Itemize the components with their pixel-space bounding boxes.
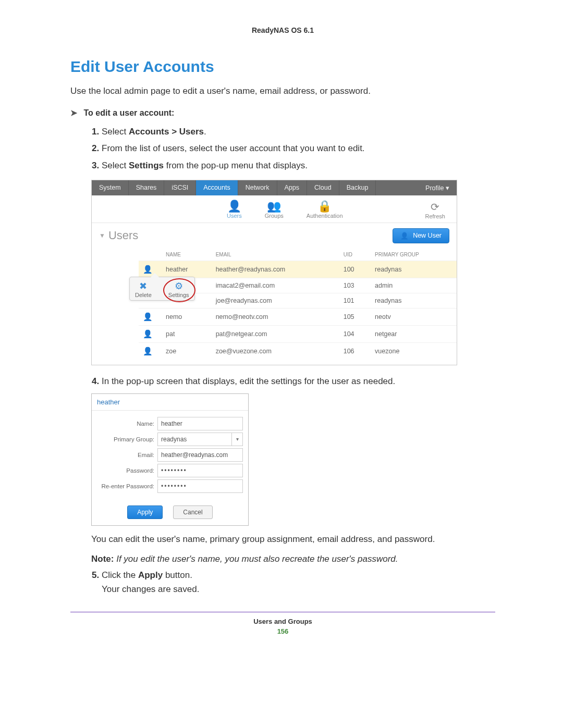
- top-nav: System Shares iSCSI Accounts Network App…: [92, 180, 457, 195]
- user-icon: 👤: [143, 265, 151, 274]
- nav-accounts[interactable]: Accounts: [196, 180, 238, 195]
- step-list-cont2: Click the Apply button. Your changes are…: [70, 569, 495, 596]
- footer-rule: [70, 612, 495, 612]
- users-admin-screenshot: System Shares iSCSI Accounts Network App…: [91, 180, 457, 365]
- primary-group-select[interactable]: readynas ▾: [157, 433, 243, 446]
- password-input[interactable]: ••••••••: [157, 464, 243, 477]
- panel-title: Users: [108, 229, 138, 242]
- popup-delete-button[interactable]: ✖ Delete: [135, 280, 152, 298]
- nav-apps[interactable]: Apps: [277, 180, 308, 195]
- table-row[interactable]: 👤 nemo nemo@neotv.com 105 neotv: [139, 308, 457, 325]
- users-table: NAME EMAIL UID PRIMARY GROUP 👤 heather h…: [139, 249, 457, 360]
- label-password: Password:: [97, 467, 157, 474]
- subnav-users[interactable]: 👤 Users: [227, 200, 242, 219]
- table-row[interactable]: 👤 zoe zoe@vuezone.com 106 vuezone: [139, 342, 457, 360]
- users-icon: 👤: [227, 200, 242, 213]
- col-name: NAME: [162, 249, 212, 261]
- task-heading: ➤ To edit a user account:: [70, 108, 495, 118]
- nav-cloud[interactable]: Cloud: [307, 180, 339, 195]
- task-arrow-icon: ➤: [70, 108, 77, 117]
- page-number: 156: [70, 627, 495, 635]
- dialog-title: heather: [92, 394, 248, 411]
- context-popup: ✖ Delete ⚙ Settings: [129, 277, 195, 301]
- new-user-button[interactable]: 👤 New User: [393, 228, 449, 243]
- nav-backup[interactable]: Backup: [339, 180, 376, 195]
- subnav-refresh[interactable]: ⟳ Refresh: [425, 201, 445, 219]
- nav-network[interactable]: Network: [238, 180, 277, 195]
- nav-profile[interactable]: Profile ▾: [418, 180, 457, 195]
- new-user-icon: 👤: [400, 232, 409, 240]
- section-heading: Edit User Accounts: [70, 58, 495, 76]
- doc-header-title: ReadyNAS OS 6.1: [70, 26, 495, 34]
- table-row[interactable]: 👤 pat pat@netgear.com 104 netgear: [139, 325, 457, 342]
- label-repassword: Re-enter Password:: [97, 483, 157, 489]
- col-group: PRIMARY GROUP: [371, 249, 457, 261]
- col-uid: UID: [339, 249, 371, 261]
- refresh-icon: ⟳: [425, 201, 445, 213]
- popup-settings-button[interactable]: ⚙ Settings: [168, 280, 189, 298]
- step-list-cont: In the pop-up screen that displays, edit…: [70, 375, 495, 388]
- repassword-input[interactable]: ••••••••: [157, 479, 243, 493]
- post-screenshot-text: You can edit the user's name, primary gr…: [91, 534, 495, 545]
- subnav-auth[interactable]: 🔒 Authentication: [307, 200, 343, 219]
- label-name: Name:: [97, 421, 157, 427]
- step-list: Select Accounts > Users. From the list o…: [70, 125, 495, 172]
- cancel-button[interactable]: Cancel: [173, 505, 212, 519]
- sub-nav: 👤 Users 👥 Groups 🔒 Authentication ⟳ Refr…: [92, 195, 457, 223]
- collapse-icon[interactable]: ▼: [99, 232, 105, 239]
- step-5: Click the Apply button. Your changes are…: [102, 569, 495, 596]
- intro-paragraph: Use the local admin page to edit a user'…: [70, 86, 495, 96]
- note-line: Note: If you edit the user's name, you m…: [91, 554, 495, 564]
- step-3: Select Settings from the pop-up menu tha…: [102, 159, 495, 172]
- nav-iscsi[interactable]: iSCSI: [164, 180, 196, 195]
- step-2: From the list of users, select the user …: [102, 142, 495, 155]
- edit-user-dialog: heather Name: heather Primary Group: rea…: [91, 393, 249, 526]
- step-1: Select Accounts > Users.: [102, 125, 495, 139]
- label-group: Primary Group:: [97, 436, 157, 442]
- footer-chapter: Users and Groups: [70, 618, 495, 625]
- subnav-groups[interactable]: 👥 Groups: [265, 200, 284, 219]
- user-icon: 👤: [143, 312, 151, 322]
- delete-icon: ✖: [135, 280, 152, 292]
- step-4: In the pop-up screen that displays, edit…: [102, 375, 495, 388]
- email-input[interactable]: heather@readynas.com: [157, 448, 243, 462]
- chevron-down-icon: ▾: [231, 433, 242, 446]
- task-heading-text: To edit a user account:: [83, 108, 174, 117]
- nav-system[interactable]: System: [92, 180, 129, 195]
- groups-icon: 👥: [265, 200, 284, 213]
- col-email: EMAIL: [212, 249, 339, 261]
- lock-icon: 🔒: [307, 200, 343, 213]
- gear-icon: ⚙: [168, 280, 189, 292]
- panel-titlebar: ▼ Users 👤 New User: [92, 223, 457, 249]
- label-email: Email:: [97, 452, 157, 458]
- user-icon: 👤: [143, 329, 151, 339]
- apply-button[interactable]: Apply: [127, 505, 163, 519]
- user-icon: 👤: [143, 347, 151, 356]
- nav-shares[interactable]: Shares: [129, 180, 165, 195]
- name-input[interactable]: heather: [157, 417, 243, 430]
- table-row[interactable]: 👤 heather heather@readynas.com 100 ready…: [139, 261, 457, 278]
